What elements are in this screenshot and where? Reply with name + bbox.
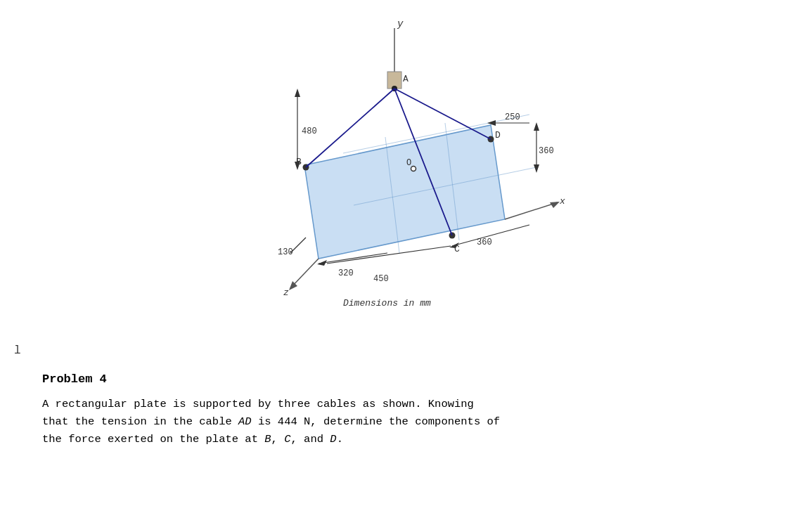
dim-480: 480	[302, 126, 317, 136]
z-axis-label: z	[283, 287, 289, 298]
dim-130: 130	[278, 247, 293, 257]
problem-title: Problem 4	[42, 372, 749, 386]
diagram-svg: y A O B	[213, 14, 579, 309]
dim-250: 250	[505, 112, 520, 122]
problem-line-3: the force exerted on the plate at B, C, …	[42, 431, 749, 448]
page-container: y A O B	[0, 0, 791, 532]
svg-marker-20	[534, 122, 539, 131]
problem-text: A rectangular plate is supported by thre…	[42, 396, 749, 448]
svg-marker-15	[295, 89, 300, 97]
diagram-wrapper: y A O B	[213, 14, 579, 309]
point-d-label: D	[495, 130, 501, 141]
dim-360-right: 360	[539, 146, 554, 156]
svg-marker-18	[487, 120, 496, 126]
svg-line-24	[505, 202, 558, 219]
dim-360-bottom: 360	[477, 238, 492, 247]
dim-320: 320	[338, 268, 354, 278]
cursor-marker: l	[14, 344, 21, 357]
svg-point-7	[411, 167, 416, 171]
svg-marker-21	[534, 164, 539, 173]
svg-line-13	[394, 89, 491, 139]
point-o-label: O	[406, 158, 411, 168]
svg-marker-30	[317, 260, 327, 266]
dim-450: 450	[373, 274, 389, 284]
text-section: Problem 4 A rectangular plate is support…	[42, 372, 749, 448]
dimensions-label: Dimensions in mm	[343, 298, 431, 309]
problem-line-2: that the tension in the cable AD is 444 …	[42, 413, 749, 431]
x-axis-label: x	[559, 196, 565, 207]
point-a-label: A	[403, 74, 409, 84]
plate	[304, 125, 505, 259]
problem-line-1: A rectangular plate is supported by thre…	[42, 396, 749, 413]
diagram-section: y A O B	[0, 14, 791, 309]
y-axis-label: y	[397, 18, 404, 30]
